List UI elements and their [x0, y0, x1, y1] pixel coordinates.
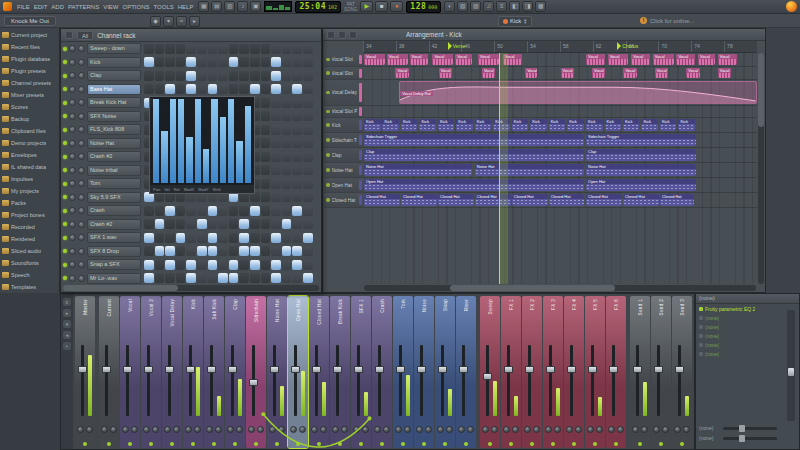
step-cell[interactable] [292, 84, 302, 94]
pan-knob[interactable] [353, 426, 360, 433]
volume-knob[interactable] [78, 194, 85, 201]
slot-enable-led[interactable] [699, 343, 703, 347]
app-logo-icon[interactable] [3, 2, 12, 11]
step-cell[interactable] [186, 84, 196, 94]
pan-knob[interactable] [503, 426, 510, 433]
playlist-menu-icon[interactable] [327, 31, 335, 39]
pan-knob[interactable] [69, 153, 76, 160]
step-cell[interactable] [165, 57, 175, 67]
playlist-track-lane[interactable]: VocalVocalVocalVocalVocalVocalVocalVocal… [364, 67, 757, 80]
pattern-clip[interactable]: Clap [364, 149, 584, 161]
playlist-tools-icon[interactable] [338, 31, 346, 39]
stereo-knob[interactable] [362, 426, 369, 433]
channel-button[interactable]: SFX 1 wav [87, 232, 141, 243]
volume-knob[interactable] [78, 140, 85, 147]
step-edit-icon[interactable]: ▧ [457, 1, 468, 12]
step-cell[interactable] [186, 233, 196, 243]
mixer-strip[interactable]: Crash [372, 296, 392, 448]
step-cell[interactable] [292, 111, 302, 121]
pan-knob[interactable] [69, 221, 76, 228]
step-cell[interactable] [229, 233, 239, 243]
step-cell[interactable] [282, 111, 292, 121]
slider-handle[interactable] [739, 425, 745, 432]
channel-button[interactable]: FLS_Kick 808 [87, 124, 141, 135]
fader-handle[interactable] [228, 366, 237, 373]
fader-handle[interactable] [333, 366, 342, 373]
audio-clip[interactable]: Vocal [698, 54, 715, 65]
mixer-strip[interactable]: Clap [225, 296, 245, 448]
audio-clip[interactable]: Vocal [395, 68, 408, 78]
step-cell[interactable] [271, 84, 281, 94]
step-cell[interactable] [250, 44, 260, 54]
step-cell[interactable] [155, 273, 165, 283]
step-cell[interactable] [155, 219, 165, 229]
track-header[interactable]: Kick [324, 118, 364, 133]
step-cell[interactable] [218, 273, 228, 283]
playlist-titlebar[interactable]: Arrangement - Kick [323, 29, 765, 41]
step-cell[interactable] [229, 273, 239, 283]
audio-clip[interactable]: Vocal [482, 68, 495, 78]
fader-handle[interactable] [459, 366, 468, 373]
channel-button[interactable]: Noise tribal [87, 165, 141, 176]
fader-handle[interactable] [633, 366, 642, 373]
step-cell[interactable] [282, 44, 292, 54]
stereo-knob[interactable] [152, 426, 159, 433]
playlist-vscrollbar[interactable] [758, 53, 764, 284]
playhead[interactable] [499, 53, 508, 284]
audio-clip[interactable]: Vocal [686, 68, 699, 78]
browser-item[interactable]: Project bones [0, 209, 59, 221]
step-cell[interactable] [144, 84, 154, 94]
velocity-bar[interactable] [220, 117, 226, 183]
mute-led[interactable] [63, 87, 67, 91]
step-cell[interactable] [165, 273, 175, 283]
fader-handle[interactable] [504, 366, 513, 373]
step-cell[interactable] [250, 246, 260, 256]
pattern-clip[interactable]: Closed Hat [401, 194, 437, 206]
pattern-clip[interactable]: Kick [586, 119, 603, 131]
step-cell[interactable] [261, 179, 271, 189]
mute-led[interactable] [63, 195, 67, 199]
velocity-bar[interactable] [195, 99, 201, 183]
track-header[interactable]: Vocal Slot [324, 53, 364, 67]
stereo-knob[interactable] [320, 426, 327, 433]
volume-knob[interactable] [78, 248, 85, 255]
browser-item[interactable]: Plugin database [0, 53, 59, 65]
pattern-clip[interactable]: Kick [401, 119, 418, 131]
browser-item[interactable]: Speech [0, 269, 59, 281]
mixer-strip[interactable]: Send 1 [630, 296, 650, 448]
step-cell[interactable] [186, 273, 196, 283]
volume-knob[interactable] [78, 113, 85, 120]
pattern-clip[interactable]: Closed Hat [660, 194, 694, 206]
browser-item[interactable]: Sliced audio [0, 245, 59, 257]
mute-led[interactable] [63, 222, 67, 226]
stereo-knob[interactable] [662, 426, 669, 433]
track-header[interactable]: Vocal Slot Pan [324, 106, 364, 118]
step-cell[interactable] [186, 246, 196, 256]
mixer-strip[interactable]: Master [75, 296, 95, 448]
menu-tools[interactable]: TOOLS [152, 4, 176, 10]
strip-mute[interactable] [338, 439, 342, 448]
step-cell[interactable] [261, 206, 271, 216]
step-cell[interactable] [261, 260, 271, 270]
step-cell[interactable] [292, 260, 302, 270]
step-cell[interactable] [155, 246, 165, 256]
pan-knob[interactable] [653, 426, 660, 433]
step-cell[interactable] [282, 233, 292, 243]
strip-mute[interactable] [212, 439, 216, 448]
channel-rack-titlebar[interactable]: All Channel rack [61, 29, 321, 42]
mixer-strip[interactable]: Vocal Delay [162, 296, 182, 448]
step-cell[interactable] [155, 206, 165, 216]
step-cell[interactable] [208, 273, 218, 283]
track-mute-led[interactable] [326, 198, 330, 202]
pan-knob[interactable] [69, 167, 76, 174]
step-cell[interactable] [186, 206, 196, 216]
volume-knob[interactable] [78, 72, 85, 79]
channel-button[interactable]: Crash #2 [87, 219, 141, 230]
browser-item[interactable]: Recorded [0, 221, 59, 233]
channel-button[interactable]: SFX Noise [87, 111, 141, 122]
step-cell[interactable] [271, 260, 281, 270]
pan-knob[interactable] [69, 207, 76, 214]
snap-icon[interactable]: ◆ [150, 16, 161, 27]
strip-mute[interactable] [638, 439, 642, 448]
velocity-bar[interactable] [178, 99, 184, 183]
